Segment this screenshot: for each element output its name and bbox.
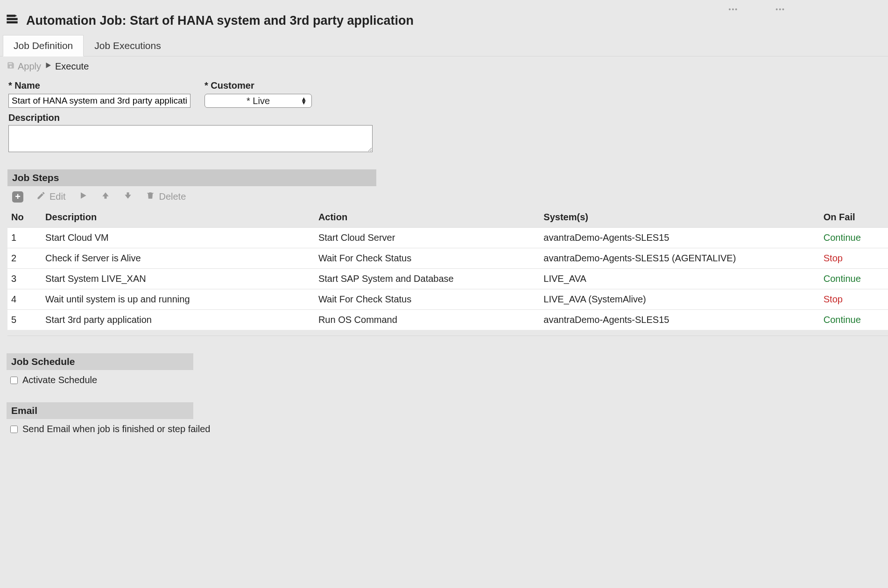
cell-no: 3 bbox=[7, 269, 42, 289]
delete-step-button[interactable]: Delete bbox=[146, 191, 186, 203]
cell-action: Run OS Command bbox=[315, 310, 540, 330]
table-row[interactable]: 3Start System LIVE_XANStart SAP System a… bbox=[7, 269, 888, 289]
table-row[interactable]: 4Wait until system is up and runningWait… bbox=[7, 289, 888, 310]
execute-label: Execute bbox=[55, 61, 89, 72]
tabs: Job Definition Job Executions bbox=[0, 35, 888, 56]
cell-systems: LIVE_AVA bbox=[540, 269, 819, 289]
column-header-action[interactable]: Action bbox=[315, 207, 540, 228]
apply-label: Apply bbox=[18, 61, 41, 72]
move-down-button[interactable] bbox=[123, 191, 133, 203]
svg-rect-1 bbox=[7, 18, 17, 21]
cell-action: Start Cloud Server bbox=[315, 228, 540, 248]
column-header-no[interactable]: No bbox=[7, 207, 42, 228]
svg-rect-3 bbox=[15, 15, 16, 16]
edit-step-button[interactable]: Edit bbox=[36, 191, 65, 203]
send-email-checkbox[interactable] bbox=[10, 426, 18, 433]
play-icon bbox=[44, 61, 52, 72]
grip-icon: ••• bbox=[729, 6, 739, 11]
description-label: Description bbox=[8, 112, 881, 123]
execute-button[interactable]: Execute bbox=[44, 61, 89, 72]
cell-onfail: Stop bbox=[820, 289, 888, 310]
cell-no: 1 bbox=[7, 228, 42, 248]
job-steps-header: Job Steps bbox=[7, 169, 376, 186]
job-steps-table: No Description Action System(s) On Fail … bbox=[7, 207, 888, 330]
send-email-label: Send Email when job is finished or step … bbox=[22, 424, 210, 434]
table-row[interactable]: 2Check if Server is AliveWait For Check … bbox=[7, 248, 888, 269]
apply-button[interactable]: Apply bbox=[7, 61, 41, 72]
tab-job-executions[interactable]: Job Executions bbox=[84, 35, 171, 56]
edit-label: Edit bbox=[49, 191, 65, 202]
activate-schedule-label: Activate Schedule bbox=[22, 375, 97, 385]
select-arrows-icon: ▲▼ bbox=[301, 97, 307, 105]
name-input[interactable] bbox=[8, 94, 190, 108]
cell-no: 5 bbox=[7, 310, 42, 330]
job-schedule-header: Job Schedule bbox=[7, 353, 193, 370]
play-icon bbox=[78, 191, 88, 203]
customer-value: * Live bbox=[247, 96, 270, 106]
cell-no: 4 bbox=[7, 289, 42, 310]
action-toolbar: Apply Execute bbox=[0, 56, 888, 78]
svg-marker-7 bbox=[125, 192, 131, 198]
customer-select[interactable]: * Live ▲▼ bbox=[204, 94, 312, 108]
page-title: Automation Job: Start of HANA system and… bbox=[26, 14, 414, 28]
arrow-up-icon bbox=[101, 191, 110, 203]
edit-icon bbox=[36, 191, 46, 203]
cell-onfail: Continue bbox=[820, 310, 888, 330]
svg-marker-5 bbox=[81, 192, 86, 198]
cell-systems: avantraDemo-Agents-SLES15 bbox=[540, 310, 819, 330]
move-up-button[interactable] bbox=[101, 191, 110, 203]
cell-description: Start Cloud VM bbox=[42, 228, 315, 248]
cell-description: Check if Server is Alive bbox=[42, 248, 315, 269]
column-header-systems[interactable]: System(s) bbox=[540, 207, 819, 228]
table-row[interactable]: 1Start Cloud VMStart Cloud Serveravantra… bbox=[7, 228, 888, 248]
cell-systems: LIVE_AVA (SystemAlive) bbox=[540, 289, 819, 310]
customer-label: * Customer bbox=[204, 80, 312, 91]
name-label: * Name bbox=[8, 80, 190, 91]
tab-job-definition[interactable]: Job Definition bbox=[3, 35, 84, 56]
svg-rect-2 bbox=[7, 21, 17, 24]
cell-description: Start System LIVE_XAN bbox=[42, 269, 315, 289]
svg-marker-4 bbox=[46, 63, 51, 68]
delete-label: Delete bbox=[159, 191, 186, 202]
play-step-button[interactable] bbox=[78, 191, 88, 203]
add-step-button[interactable]: + bbox=[12, 191, 23, 203]
save-icon bbox=[7, 61, 15, 72]
email-header: Email bbox=[7, 402, 193, 419]
svg-marker-6 bbox=[103, 192, 109, 198]
column-header-description[interactable]: Description bbox=[42, 207, 315, 228]
grip-icon: ••• bbox=[775, 6, 785, 11]
steps-toolbar: + Edit Delete bbox=[0, 186, 888, 207]
panel-grip: ••• ••• bbox=[0, 6, 888, 11]
steps-divider bbox=[7, 336, 888, 340]
description-textarea[interactable] bbox=[8, 125, 373, 152]
cell-systems: avantraDemo-Agents-SLES15 bbox=[540, 228, 819, 248]
cell-description: Start 3rd party application bbox=[42, 310, 315, 330]
cell-action: Start SAP System and Database bbox=[315, 269, 540, 289]
cell-action: Wait For Check Status bbox=[315, 248, 540, 269]
svg-rect-0 bbox=[7, 15, 15, 17]
cell-action: Wait For Check Status bbox=[315, 289, 540, 310]
cell-description: Wait until system is up and running bbox=[42, 289, 315, 310]
cell-no: 2 bbox=[7, 248, 42, 269]
column-header-onfail[interactable]: On Fail bbox=[820, 207, 888, 228]
cell-onfail: Continue bbox=[820, 269, 888, 289]
table-row[interactable]: 5Start 3rd party applicationRun OS Comma… bbox=[7, 310, 888, 330]
activate-schedule-checkbox[interactable] bbox=[10, 377, 18, 384]
cell-onfail: Stop bbox=[820, 248, 888, 269]
cell-systems: avantraDemo-Agents-SLES15 (AGENTALIVE) bbox=[540, 248, 819, 269]
cell-onfail: Continue bbox=[820, 228, 888, 248]
arrow-down-icon bbox=[123, 191, 133, 203]
automation-job-icon bbox=[6, 13, 19, 28]
trash-icon bbox=[146, 191, 155, 203]
